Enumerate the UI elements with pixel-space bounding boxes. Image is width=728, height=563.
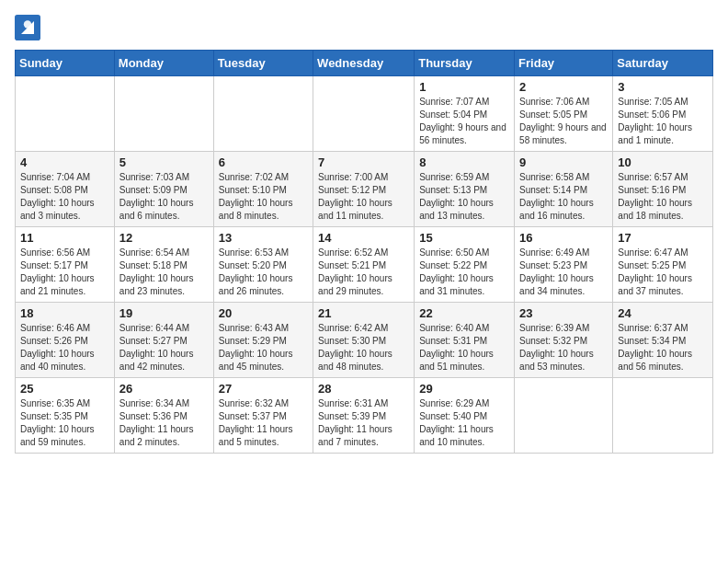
day-number: 27	[219, 382, 308, 396]
day-cell: 14Sunrise: 6:52 AM Sunset: 5:21 PM Dayli…	[313, 227, 415, 303]
day-number: 26	[119, 382, 209, 396]
day-info: Sunrise: 6:47 AM Sunset: 5:25 PM Dayligh…	[618, 247, 708, 298]
day-info: Sunrise: 7:00 AM Sunset: 5:12 PM Dayligh…	[318, 171, 409, 223]
day-cell: 10Sunrise: 6:57 AM Sunset: 5:16 PM Dayli…	[613, 152, 713, 227]
day-info: Sunrise: 6:34 AM Sunset: 5:36 PM Dayligh…	[119, 397, 209, 449]
day-info: Sunrise: 6:29 AM Sunset: 5:40 PM Dayligh…	[419, 397, 509, 449]
day-cell: 15Sunrise: 6:50 AM Sunset: 5:22 PM Dayli…	[415, 227, 515, 303]
day-number: 10	[618, 155, 708, 169]
day-info: Sunrise: 6:46 AM Sunset: 5:26 PM Dayligh…	[20, 322, 109, 373]
day-number: 19	[119, 306, 209, 320]
day-number: 25	[20, 382, 109, 396]
day-info: Sunrise: 7:05 AM Sunset: 5:06 PM Dayligh…	[618, 96, 708, 147]
day-cell: 11Sunrise: 6:56 AM Sunset: 5:17 PM Dayli…	[16, 227, 115, 303]
column-header-friday: Friday	[515, 51, 613, 76]
day-number: 4	[20, 155, 109, 169]
day-cell: 3Sunrise: 7:05 AM Sunset: 5:06 PM Daylig…	[613, 76, 713, 152]
day-cell: 9Sunrise: 6:58 AM Sunset: 5:14 PM Daylig…	[515, 152, 613, 227]
day-info: Sunrise: 6:50 AM Sunset: 5:22 PM Dayligh…	[419, 247, 509, 298]
day-number: 13	[219, 231, 308, 245]
day-info: Sunrise: 7:03 AM Sunset: 5:09 PM Dayligh…	[119, 171, 209, 223]
day-info: Sunrise: 6:57 AM Sunset: 5:16 PM Dayligh…	[618, 171, 708, 223]
calendar-table: SundayMondayTuesdayWednesdayThursdayFrid…	[15, 50, 713, 454]
day-number: 1	[419, 80, 509, 94]
day-cell: 4Sunrise: 7:04 AM Sunset: 5:08 PM Daylig…	[16, 152, 115, 227]
day-number: 11	[20, 231, 109, 245]
week-row-2: 4Sunrise: 7:04 AM Sunset: 5:08 PM Daylig…	[16, 152, 713, 227]
day-cell: 12Sunrise: 6:54 AM Sunset: 5:18 PM Dayli…	[114, 227, 213, 303]
day-info: Sunrise: 6:54 AM Sunset: 5:18 PM Dayligh…	[119, 247, 209, 298]
day-cell: 2Sunrise: 7:06 AM Sunset: 5:05 PM Daylig…	[515, 76, 613, 152]
day-cell: 8Sunrise: 6:59 AM Sunset: 5:13 PM Daylig…	[415, 152, 515, 227]
day-cell: 26Sunrise: 6:34 AM Sunset: 5:36 PM Dayli…	[114, 378, 213, 454]
day-number: 24	[618, 306, 708, 320]
header	[15, 15, 713, 40]
day-info: Sunrise: 6:59 AM Sunset: 5:13 PM Dayligh…	[419, 171, 509, 223]
day-cell: 21Sunrise: 6:42 AM Sunset: 5:30 PM Dayli…	[313, 303, 415, 378]
day-info: Sunrise: 6:53 AM Sunset: 5:20 PM Dayligh…	[219, 247, 308, 298]
day-number: 29	[419, 382, 509, 396]
day-info: Sunrise: 6:42 AM Sunset: 5:30 PM Dayligh…	[318, 322, 409, 373]
day-info: Sunrise: 6:35 AM Sunset: 5:35 PM Dayligh…	[20, 397, 109, 449]
day-number: 18	[20, 306, 109, 320]
day-cell: 7Sunrise: 7:00 AM Sunset: 5:12 PM Daylig…	[313, 152, 415, 227]
day-number: 22	[419, 306, 509, 320]
day-cell: 27Sunrise: 6:32 AM Sunset: 5:37 PM Dayli…	[213, 378, 313, 454]
day-number: 21	[318, 306, 409, 320]
day-info: Sunrise: 6:37 AM Sunset: 5:34 PM Dayligh…	[618, 322, 708, 373]
day-cell: 18Sunrise: 6:46 AM Sunset: 5:26 PM Dayli…	[16, 303, 115, 378]
week-row-4: 18Sunrise: 6:46 AM Sunset: 5:26 PM Dayli…	[16, 303, 713, 378]
svg-point-2	[24, 20, 31, 28]
week-row-3: 11Sunrise: 6:56 AM Sunset: 5:17 PM Dayli…	[16, 227, 713, 303]
day-cell: 28Sunrise: 6:31 AM Sunset: 5:39 PM Dayli…	[313, 378, 415, 454]
day-cell: 25Sunrise: 6:35 AM Sunset: 5:35 PM Dayli…	[16, 378, 115, 454]
column-header-wednesday: Wednesday	[313, 51, 415, 76]
day-cell: 23Sunrise: 6:39 AM Sunset: 5:32 PM Dayli…	[515, 303, 613, 378]
day-info: Sunrise: 6:40 AM Sunset: 5:31 PM Dayligh…	[419, 322, 509, 373]
day-number: 9	[519, 155, 608, 169]
day-cell	[313, 76, 415, 152]
day-cell: 1Sunrise: 7:07 AM Sunset: 5:04 PM Daylig…	[415, 76, 515, 152]
day-cell	[213, 76, 313, 152]
day-number: 2	[519, 80, 608, 94]
day-cell: 24Sunrise: 6:37 AM Sunset: 5:34 PM Dayli…	[613, 303, 713, 378]
day-info: Sunrise: 7:04 AM Sunset: 5:08 PM Dayligh…	[20, 171, 109, 223]
day-cell: 17Sunrise: 6:47 AM Sunset: 5:25 PM Dayli…	[613, 227, 713, 303]
day-cell	[16, 76, 115, 152]
day-number: 15	[419, 231, 509, 245]
logo-icon	[15, 15, 40, 40]
day-number: 6	[219, 155, 308, 169]
day-info: Sunrise: 6:31 AM Sunset: 5:39 PM Dayligh…	[318, 397, 409, 449]
day-number: 7	[318, 155, 409, 169]
day-cell: 16Sunrise: 6:49 AM Sunset: 5:23 PM Dayli…	[515, 227, 613, 303]
day-info: Sunrise: 7:02 AM Sunset: 5:10 PM Dayligh…	[219, 171, 308, 223]
day-number: 28	[318, 382, 409, 396]
day-number: 5	[119, 155, 209, 169]
day-info: Sunrise: 6:39 AM Sunset: 5:32 PM Dayligh…	[519, 322, 608, 373]
day-number: 23	[519, 306, 608, 320]
day-info: Sunrise: 6:44 AM Sunset: 5:27 PM Dayligh…	[119, 322, 209, 373]
day-cell: 20Sunrise: 6:43 AM Sunset: 5:29 PM Dayli…	[213, 303, 313, 378]
day-cell	[114, 76, 213, 152]
day-info: Sunrise: 6:56 AM Sunset: 5:17 PM Dayligh…	[20, 247, 109, 298]
day-number: 3	[618, 80, 708, 94]
day-cell: 13Sunrise: 6:53 AM Sunset: 5:20 PM Dayli…	[213, 227, 313, 303]
day-cell	[515, 378, 613, 454]
day-info: Sunrise: 7:06 AM Sunset: 5:05 PM Dayligh…	[519, 96, 608, 147]
column-header-saturday: Saturday	[613, 51, 713, 76]
day-info: Sunrise: 7:07 AM Sunset: 5:04 PM Dayligh…	[419, 96, 509, 147]
day-cell: 6Sunrise: 7:02 AM Sunset: 5:10 PM Daylig…	[213, 152, 313, 227]
day-cell: 22Sunrise: 6:40 AM Sunset: 5:31 PM Dayli…	[415, 303, 515, 378]
day-cell: 5Sunrise: 7:03 AM Sunset: 5:09 PM Daylig…	[114, 152, 213, 227]
day-cell	[613, 378, 713, 454]
day-cell: 29Sunrise: 6:29 AM Sunset: 5:40 PM Dayli…	[415, 378, 515, 454]
day-number: 20	[219, 306, 308, 320]
calendar-header-row: SundayMondayTuesdayWednesdayThursdayFrid…	[16, 51, 713, 76]
column-header-tuesday: Tuesday	[213, 51, 313, 76]
day-info: Sunrise: 6:43 AM Sunset: 5:29 PM Dayligh…	[219, 322, 308, 373]
day-info: Sunrise: 6:32 AM Sunset: 5:37 PM Dayligh…	[219, 397, 308, 449]
day-cell: 19Sunrise: 6:44 AM Sunset: 5:27 PM Dayli…	[114, 303, 213, 378]
day-info: Sunrise: 6:58 AM Sunset: 5:14 PM Dayligh…	[519, 171, 608, 223]
day-info: Sunrise: 6:52 AM Sunset: 5:21 PM Dayligh…	[318, 247, 409, 298]
day-number: 17	[618, 231, 708, 245]
